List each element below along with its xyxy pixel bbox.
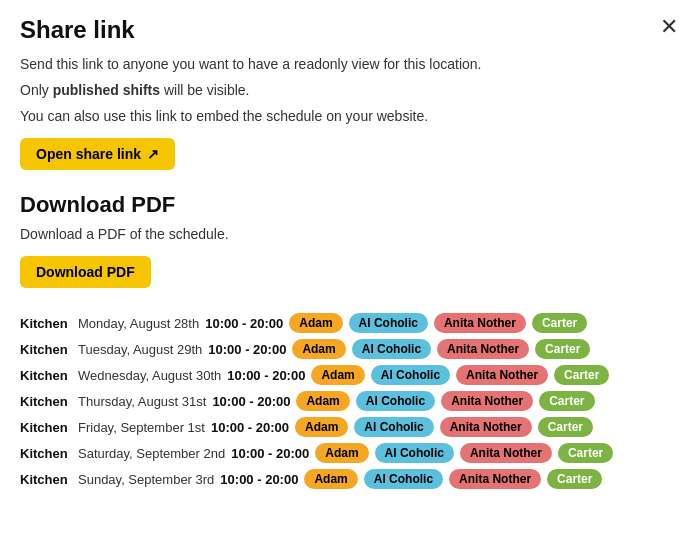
published-shifts-bold: published shifts [53, 82, 160, 98]
schedule-tag: Adam [295, 417, 348, 437]
open-share-link-button[interactable]: Open share link ↗ [20, 138, 175, 170]
schedule-row: KitchenThursday, August 31st10:00 - 20:0… [20, 388, 674, 414]
open-share-link-label: Open share link [36, 146, 141, 162]
download-pdf-label: Download PDF [36, 264, 135, 280]
schedule-location: Kitchen [20, 316, 72, 331]
schedule-day: Sunday, September 3rd [78, 472, 214, 487]
schedule-row: KitchenSaturday, September 2nd10:00 - 20… [20, 440, 674, 466]
close-button[interactable]: ✕ [660, 16, 678, 38]
schedule-tag: Al Coholic [356, 391, 435, 411]
schedule-day: Friday, September 1st [78, 420, 205, 435]
schedule-tag: Carter [539, 391, 594, 411]
schedule-day: Thursday, August 31st [78, 394, 206, 409]
schedule-tag: Anita Nother [437, 339, 529, 359]
download-desc-text: Download a PDF of the schedule. [20, 226, 674, 242]
schedule-time-range: 10:00 - 20:00 [212, 394, 290, 409]
schedule-tag: Al Coholic [371, 365, 450, 385]
published-note: Only published shifts will be visible. [20, 82, 674, 98]
schedule-location: Kitchen [20, 342, 72, 357]
schedule-tag: Al Coholic [349, 313, 428, 333]
schedule-day: Saturday, September 2nd [78, 446, 225, 461]
external-link-icon: ↗ [147, 146, 159, 162]
subtitle-text: Send this link to anyone you want to hav… [20, 56, 674, 72]
schedule-tag: Anita Nother [441, 391, 533, 411]
schedule-location: Kitchen [20, 394, 72, 409]
schedule-location: Kitchen [20, 472, 72, 487]
schedule-day: Monday, August 28th [78, 316, 199, 331]
schedule-tag: Al Coholic [354, 417, 433, 437]
schedule-tag: Carter [547, 469, 602, 489]
schedule-time-range: 10:00 - 20:00 [220, 472, 298, 487]
schedule-tag: Carter [532, 313, 587, 333]
download-pdf-title: Download PDF [20, 192, 674, 218]
schedule-time-range: 10:00 - 20:00 [227, 368, 305, 383]
schedule-tag: Carter [558, 443, 613, 463]
schedule-row: KitchenSunday, September 3rd10:00 - 20:0… [20, 466, 674, 492]
schedule-tag: Al Coholic [364, 469, 443, 489]
schedule-tag: Al Coholic [352, 339, 431, 359]
schedule-tag: Adam [292, 339, 345, 359]
schedule-time-range: 10:00 - 20:00 [208, 342, 286, 357]
schedule-row: KitchenTuesday, August 29th10:00 - 20:00… [20, 336, 674, 362]
schedule-tag: Adam [315, 443, 368, 463]
schedule-time-range: 10:00 - 20:00 [211, 420, 289, 435]
schedule-tag: Adam [311, 365, 364, 385]
schedule-location: Kitchen [20, 368, 72, 383]
schedule-tag: Adam [304, 469, 357, 489]
embed-note-text: You can also use this link to embed the … [20, 108, 674, 124]
schedule-tag: Carter [554, 365, 609, 385]
schedule-location: Kitchen [20, 420, 72, 435]
schedule-tag: Carter [538, 417, 593, 437]
schedule-row: KitchenWednesday, August 30th10:00 - 20:… [20, 362, 674, 388]
schedule-row: KitchenMonday, August 28th10:00 - 20:00A… [20, 310, 674, 336]
schedule-tag: Anita Nother [456, 365, 548, 385]
schedule-day: Tuesday, August 29th [78, 342, 202, 357]
schedule-tag: Al Coholic [375, 443, 454, 463]
schedule-tag: Anita Nother [434, 313, 526, 333]
schedule-tag: Adam [289, 313, 342, 333]
download-pdf-button[interactable]: Download PDF [20, 256, 151, 288]
schedule-time-range: 10:00 - 20:00 [231, 446, 309, 461]
schedule-time-range: 10:00 - 20:00 [205, 316, 283, 331]
schedule-row: KitchenFriday, September 1st10:00 - 20:0… [20, 414, 674, 440]
schedule-location: Kitchen [20, 446, 72, 461]
schedule-tag: Anita Nother [460, 443, 552, 463]
schedule-tag: Carter [535, 339, 590, 359]
schedule-day: Wednesday, August 30th [78, 368, 221, 383]
schedule-tag: Anita Nother [449, 469, 541, 489]
schedule-tag: Anita Nother [440, 417, 532, 437]
modal-title: Share link [20, 16, 674, 44]
schedule-list: KitchenMonday, August 28th10:00 - 20:00A… [20, 310, 674, 492]
schedule-tag: Adam [296, 391, 349, 411]
